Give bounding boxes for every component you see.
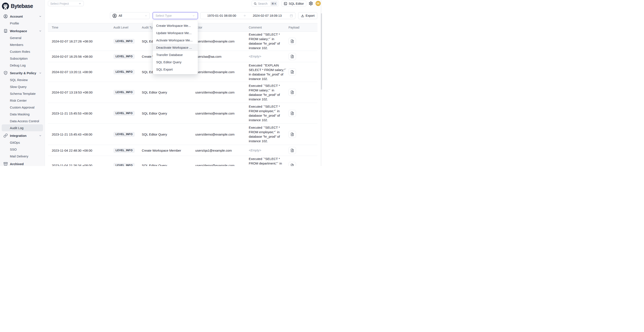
sidebar-item-gitops[interactable]: GitOps	[0, 139, 45, 146]
page-scrollbar[interactable]	[321, 0, 322, 166]
menu-item-sql-editor-query[interactable]: SQL Editor Query	[153, 58, 198, 66]
sidebar-item-custom-approval[interactable]: Custom Approval	[0, 104, 45, 111]
cell-time: 2024-02-07 16:25:56 +08:00	[48, 55, 114, 58]
actor-filter-select[interactable]: All	[110, 12, 150, 19]
menu-item-deactivate-workspace-member[interactable]: Deactivate Workspace ...	[153, 44, 198, 51]
payload-button[interactable]	[288, 68, 296, 75]
menu-item-create-workspace-member[interactable]: Create Workspace Me...	[153, 22, 198, 29]
sidebar-item-sql-review[interactable]: SQL Review	[0, 76, 45, 83]
sidebar-item-label: SQL Review	[10, 78, 28, 82]
sidebar: Bytebase Account Profile Workspace Gener…	[0, 0, 45, 166]
sidebar-item-label: Custom Approval	[10, 106, 34, 109]
payload-button[interactable]	[288, 89, 296, 96]
cell-audit-type: SQL Editor Query	[142, 112, 191, 115]
sidebar-section-label: Security & Policy	[10, 71, 36, 75]
cell-actor: users/demo@example.com	[191, 112, 249, 115]
sidebar-section-account[interactable]: Account	[0, 13, 45, 20]
audit-level-badge: LEVEL_INFO	[114, 148, 135, 153]
menu-item-activate-workspace-member[interactable]: Activate Workspace Me...	[153, 36, 198, 44]
building-icon	[4, 29, 8, 33]
type-filter-select[interactable]: Select Type	[153, 12, 198, 19]
sidebar-item-slow-query[interactable]: Slow Query	[0, 83, 45, 90]
sidebar-item-audit-log[interactable]: Audit Log	[2, 124, 43, 131]
sql-editor-button[interactable]: SQL Editor	[282, 1, 306, 6]
cell-time: 2023-11-04 22:48:30 +08:00	[48, 149, 114, 152]
menu-item-update-workspace-member[interactable]: Update Workspace Me...	[153, 29, 198, 36]
sidebar-item-schema-template[interactable]: Schema Template	[0, 90, 45, 97]
sidebar-item-mail-delivery[interactable]: Mail Delivery	[0, 153, 45, 160]
sidebar-section-workspace[interactable]: Workspace	[0, 27, 45, 34]
table-row: 2023-11-04 21:26:34 +08:00 LEVEL_INFO SQ…	[48, 156, 318, 166]
menu-item-transfer-database[interactable]: Transfer Database	[153, 51, 198, 58]
cell-actor: users/demo@example.com	[191, 91, 249, 94]
chevron-down-icon	[39, 15, 42, 18]
payload-button[interactable]	[288, 162, 296, 166]
type-filter-placeholder: Select Type	[156, 14, 172, 17]
cell-actor: users/demo@example.com	[191, 70, 249, 74]
calendar-icon	[290, 14, 293, 17]
sidebar-item-data-masking[interactable]: Data Masking	[0, 111, 45, 118]
export-button[interactable]: Export	[298, 12, 317, 19]
cell-comment: <Empty>	[249, 54, 288, 59]
cell-actor: users/demo@example.com	[191, 133, 249, 136]
table-row: 2023-11-04 22:48:30 +08:00 LEVEL_INFO Cr…	[48, 145, 318, 156]
sidebar-item-label: General	[10, 36, 21, 40]
sidebar-item-label: Data Access Control	[10, 119, 39, 123]
table-row: 2024-02-07 13:19:53 +08:00 LEVEL_INFO SQ…	[48, 82, 318, 103]
payload-button[interactable]	[288, 110, 296, 117]
cell-comment: Executed `"SELECT * FROM department;"` i…	[249, 157, 288, 166]
project-select[interactable]: Select Project	[48, 1, 84, 6]
sidebar-item-label: Subscription	[10, 57, 28, 60]
sidebar-item-sso[interactable]: SSO	[0, 146, 45, 153]
payload-button[interactable]	[288, 131, 296, 138]
cell-actor: users/demo@example.com	[191, 39, 249, 43]
chevron-down-icon	[78, 2, 82, 5]
menu-item-sql-export[interactable]: SQL Export	[153, 66, 198, 73]
download-icon	[301, 14, 304, 17]
date-range-start[interactable]: 1970-01-01 08:00:00	[200, 14, 243, 17]
search-icon	[254, 2, 257, 5]
sidebar-item-risk-center[interactable]: Risk Center	[0, 97, 45, 104]
audit-level-badge: LEVEL_INFO	[114, 90, 135, 95]
column-header-audit-level: Audit Level	[114, 26, 142, 29]
user-avatar[interactable]: DE	[316, 1, 321, 6]
sidebar-item-label: Schema Template	[10, 92, 36, 95]
sidebar-item-members[interactable]: Members	[0, 41, 45, 48]
sidebar-item-debug-log[interactable]: Debug Log	[0, 62, 45, 69]
sidebar-section-label: Account	[10, 14, 23, 18]
sidebar-item-general[interactable]: General	[0, 34, 45, 41]
date-range-end[interactable]: 2024-02-07 18:09:13	[246, 14, 288, 17]
chevron-down-icon	[39, 72, 42, 74]
sidebar-item-label: Custom Roles	[10, 50, 30, 53]
date-range-picker[interactable]: 1970-01-01 08:00:00 2024-02-07 18:09:13	[200, 12, 295, 19]
sidebar-nav: Account Profile Workspace General Member…	[0, 10, 45, 166]
payload-button[interactable]	[288, 147, 296, 154]
sidebar-item-profile[interactable]: Profile	[0, 20, 45, 27]
arrow-right-icon	[243, 14, 246, 17]
cell-time: 2023-11-21 15:45:53 +08:00	[48, 112, 114, 115]
column-header-actor: Actor	[191, 26, 249, 29]
global-search[interactable]: ⌘ K	[252, 1, 279, 6]
export-label: Export	[306, 14, 315, 17]
scrollbar-thumb[interactable]	[321, 13, 322, 90]
column-header-time: Time	[48, 26, 114, 29]
brand-logo[interactable]: Bytebase	[0, 0, 45, 10]
main-area: Select Project ⌘ K SQL Editor DE All Sel…	[45, 0, 322, 166]
settings-gear-icon[interactable]	[309, 1, 313, 5]
archive-icon	[4, 162, 8, 166]
shield-check-icon	[4, 71, 8, 75]
sidebar-item-subscription[interactable]: Subscription	[0, 55, 45, 62]
terminal-square-icon	[284, 2, 287, 5]
cell-comment: <Empty>	[249, 148, 288, 153]
search-input[interactable]	[258, 2, 269, 5]
sidebar-section-integration[interactable]: Integration	[0, 132, 45, 139]
sidebar-item-data-access-control[interactable]: Data Access Control	[0, 118, 45, 124]
payload-button[interactable]	[288, 53, 296, 60]
sidebar-item-label: Audit Log	[10, 126, 24, 130]
payload-button[interactable]	[288, 38, 296, 45]
sidebar-item-custom-roles[interactable]: Custom Roles	[0, 48, 45, 55]
sidebar-item-archived[interactable]: Archived	[0, 161, 45, 166]
cell-comment: Executed `"SELECT * FROM employee;"` in …	[249, 125, 288, 143]
sidebar-section-security-policy[interactable]: Security & Policy	[0, 69, 45, 76]
sidebar-item-label: Members	[10, 43, 24, 46]
